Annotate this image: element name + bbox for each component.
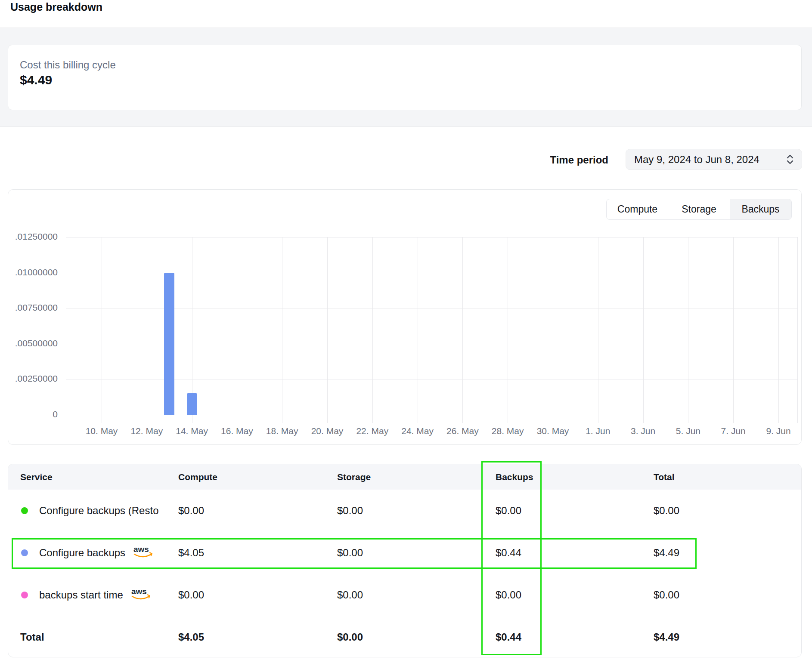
x-axis-label: 26. May	[437, 426, 488, 436]
x-axis-label: 1. Jun	[572, 426, 624, 436]
cell-storage: $0.00	[337, 532, 363, 574]
table-row: backups start timeaws$0.00$0.00$0.00$0.0…	[8, 574, 801, 616]
cell-backups: $0.44	[496, 532, 521, 574]
total-cell-compute: $4.05	[178, 616, 204, 657]
service-color-dot	[21, 549, 28, 556]
chevron-up-down-icon	[785, 154, 795, 165]
service-cell: Configure backups (Resto	[39, 490, 158, 532]
aws-icon: aws	[132, 545, 155, 561]
y-axis-label: .00250000	[15, 373, 58, 384]
cell-total: $0.00	[654, 490, 679, 532]
gridline-v	[237, 237, 237, 423]
y-axis-label: 0	[15, 409, 58, 419]
total-label: Total	[20, 616, 44, 657]
gridline-v	[797, 237, 798, 423]
cost-value: $4.49	[20, 73, 52, 87]
y-axis-label: .00750000	[15, 302, 58, 313]
table-row: Configure backups (Resto$0.00$0.00$0.00$…	[8, 490, 801, 532]
x-axis-label: 20. May	[301, 426, 353, 436]
gridline-v	[688, 237, 688, 423]
gridline-v	[102, 237, 102, 423]
service-color-dot	[21, 507, 28, 514]
time-period-select[interactable]: May 9, 2024 to Jun 8, 2024	[626, 149, 802, 170]
x-axis-label: 5. Jun	[662, 426, 714, 436]
table-row: Configure backupsaws$4.05$0.00$0.44$4.49	[8, 532, 801, 574]
total-cell-total: $4.49	[654, 616, 679, 657]
x-axis-label: 12. May	[121, 426, 173, 436]
service-cell: Configure backupsaws	[39, 532, 155, 574]
cell-storage: $0.00	[337, 490, 363, 532]
y-axis-label: .01000000	[15, 267, 58, 278]
svg-text:aws: aws	[133, 545, 149, 554]
x-axis-label: 24. May	[392, 426, 443, 436]
gridline-v	[462, 237, 463, 423]
service-cell: backups start timeaws	[39, 574, 152, 616]
x-axis-label: 28. May	[482, 426, 533, 436]
gridline-v	[778, 237, 779, 423]
table-body: Configure backups (Resto$0.00$0.00$0.00$…	[8, 464, 801, 657]
usage-breakdown-page: Usage breakdown Cost this billing cycle …	[0, 0, 812, 666]
gridline-h	[66, 308, 797, 308]
aws-icon: aws	[130, 587, 152, 603]
x-axis-label: 18. May	[256, 426, 308, 436]
cell-backups: $0.00	[496, 490, 521, 532]
usage-chart-card: ComputeStorageBackups .01250000.01000000…	[8, 189, 802, 445]
gridline-h	[66, 379, 797, 379]
cell-compute: $4.05	[178, 532, 204, 574]
x-axis-label: 10. May	[76, 426, 127, 436]
cost-label: Cost this billing cycle	[20, 59, 116, 71]
service-name: Configure backups	[39, 547, 125, 559]
service-name: backups start time	[39, 589, 123, 601]
gridline-v	[508, 237, 508, 423]
x-axis-label: 30. May	[527, 426, 579, 436]
table-total-row: Total$4.05$0.00$0.44$4.49	[8, 616, 801, 657]
total-cell-backups: $0.44	[496, 616, 521, 657]
cell-total: $4.49	[654, 532, 679, 574]
cell-compute: $0.00	[178, 490, 204, 532]
time-period-label: Time period	[550, 154, 608, 166]
gridline-v	[553, 237, 553, 423]
x-axis-label: 14. May	[166, 426, 218, 436]
x-axis-label: 9. Jun	[753, 426, 804, 436]
cell-total: $0.00	[654, 574, 679, 616]
x-axis-label: 22. May	[347, 426, 398, 436]
x-axis-label: 7. Jun	[707, 426, 759, 436]
cell-backups: $0.00	[496, 574, 521, 616]
page-title: Usage breakdown	[10, 1, 102, 13]
gridline-h	[66, 344, 797, 344]
chart-bar[interactable]	[164, 273, 174, 415]
cell-compute: $0.00	[178, 574, 204, 616]
gridline-v	[643, 237, 644, 423]
cost-card: Cost this billing cycle $4.49	[8, 45, 802, 110]
gridline-h	[66, 273, 797, 273]
y-axis-label: .00500000	[15, 338, 58, 348]
chart-bar[interactable]	[187, 393, 197, 415]
gridline-v	[418, 237, 418, 423]
gridline-h	[66, 415, 797, 415]
gridline-v	[598, 237, 598, 423]
x-axis-label: 3. Jun	[617, 426, 669, 436]
gridline-v	[147, 237, 147, 423]
gridline-v	[372, 237, 373, 423]
service-color-dot	[21, 592, 28, 598]
total-cell-storage: $0.00	[337, 616, 363, 657]
service-name: Configure backups (Resto	[39, 505, 158, 517]
x-axis-label: 16. May	[211, 426, 263, 436]
usage-table: ServiceComputeStorageBackupsTotal Config…	[8, 464, 802, 657]
billing-summary-band: Cost this billing cycle $4.49	[0, 28, 812, 127]
gridline-v	[282, 237, 282, 423]
cell-storage: $0.00	[337, 574, 363, 616]
y-axis-label: .01250000	[15, 231, 58, 242]
gridline-v	[327, 237, 328, 423]
gridline-h	[66, 237, 797, 237]
chart-plot: .01250000.01000000.00750000.00500000.002…	[8, 190, 801, 444]
svg-text:aws: aws	[131, 587, 147, 596]
time-period-value: May 9, 2024 to Jun 8, 2024	[626, 154, 785, 166]
gridline-v	[733, 237, 734, 423]
